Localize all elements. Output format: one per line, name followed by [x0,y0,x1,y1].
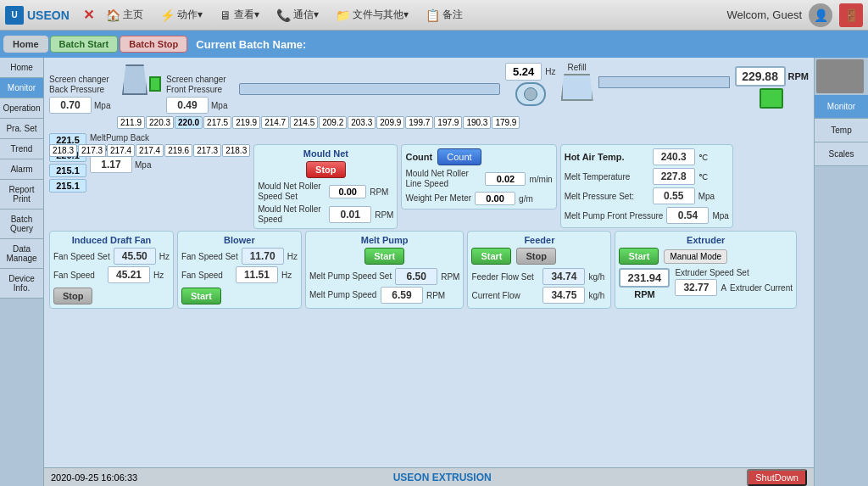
lower-zone-7[interactable]: 218.3 [222,144,250,157]
shutdown-btn[interactable]: ShutDown [747,469,807,486]
screen-changer-front-value[interactable]: 0.49 [166,97,209,114]
refill-label: Refill [567,63,586,72]
right-btn-scales[interactable]: Scales [815,142,868,166]
hot-air-value[interactable]: 240.3 [653,148,695,165]
right-thumb-1 [816,59,864,93]
mould-net-panel: Mould Net Stop Mould Net Roller Speed Se… [253,144,398,229]
mp-zone-3[interactable]: 215.1 [49,164,86,177]
menu-backup[interactable]: 📋 备注 [420,6,468,24]
blower-start-btn[interactable]: Start [181,288,221,304]
mp-speed-set-value[interactable]: 6.50 [395,268,437,285]
extruder-rpm-value[interactable]: 231.94 [619,268,670,288]
melt-temp-value[interactable]: 227.8 [653,168,695,185]
screen-changer-back-value[interactable]: 0.70 [49,97,92,114]
motor-freq-section: 5.24 Hz [505,63,556,106]
blower-panel: Blower Fan Speed Set 11.70 Hz Fan Speed … [177,231,302,309]
rpm-value[interactable]: 229.88 [735,66,786,87]
sidebar-item-device[interactable]: Device Info. [0,269,43,299]
sidebar-item-home[interactable]: Home [0,58,43,78]
sidebar-item-praset[interactable]: Pra. Set [0,119,43,139]
menu-files[interactable]: 📁 文件与其他▾ [331,6,414,24]
barrel-zone-6[interactable]: 214.7 [261,116,289,129]
batch-start-btn[interactable]: Batch Start [50,36,119,53]
screen-changer-back-section: Screen changer Back Pressure 0.70 Mpa [49,75,117,114]
weight-label: Weight Per Meter [405,193,471,204]
sidebar-item-batch[interactable]: Batch Query [0,209,43,239]
barrel-zone-5[interactable]: 219.9 [232,116,260,129]
right-btn-monitor[interactable]: Monitor [815,95,868,119]
barrel-zone-13[interactable]: 190.3 [463,116,491,129]
melt-temp-label: Melt Temperature [565,172,649,182]
melt-pump-front-label: Melt Pump Front Pressure [565,211,664,221]
barrel-zone-8[interactable]: 209.2 [319,116,347,129]
barrel-zone-14[interactable]: 179.9 [492,116,520,129]
lower-zone-5[interactable]: 219.6 [164,144,192,157]
logo-icon: U [5,6,24,25]
home-toolbar-btn[interactable]: Home [3,36,48,53]
feeder-start-btn[interactable]: Start [471,248,511,265]
blower-title: Blower [181,235,298,245]
hopper-green-indicator [149,76,161,92]
barrel-zone-9[interactable]: 203.3 [348,116,376,129]
barrel-zone-2[interactable]: 220.3 [146,116,174,129]
menu-home[interactable]: 🏠 主页 [101,6,148,24]
line-speed-input[interactable] [485,172,526,186]
sidebar-item-alarm[interactable]: Alarm [0,159,43,180]
barrel-zone-12[interactable]: 197.9 [434,116,462,129]
refill-hopper [561,74,593,101]
menu-view[interactable]: 🖥 查看▾ [214,6,264,24]
feeder-flow-set-value[interactable]: 34.74 [542,268,585,285]
roller-speed-set-input[interactable] [329,185,366,198]
barrel-zone-11[interactable]: 199.7 [405,116,433,129]
sidebar-item-report[interactable]: Report Print [0,180,43,209]
files-icon: 📁 [336,8,350,22]
blower-speed-set-value[interactable]: 11.70 [242,248,284,265]
barrel-zone-1[interactable]: 211.9 [117,116,145,129]
sidebar-item-trend[interactable]: Trend [0,139,43,159]
extruder-current-value[interactable]: 32.77 [675,279,717,296]
user-avatar[interactable]: 👤 [809,3,832,27]
melt-pump-back-value[interactable]: 1.17 [90,156,132,173]
hot-air-panel: Hot Air Temp. 240.3 ℃ Melt Temperature 2… [560,144,733,228]
induced-draft-panel: Induced Draft Fan Fan Speed Set 45.50 Hz… [49,231,174,309]
logout-button[interactable]: 🚪 [839,3,863,27]
count-btn[interactable]: Count [437,148,481,165]
barrel-zone-10[interactable]: 209.9 [376,116,404,129]
rpm-unit: RPM [788,71,809,81]
feeder-current-flow-label: Current Flow [471,291,539,300]
feeder-stop-btn[interactable]: Stop [516,248,555,265]
batch-stop-btn[interactable]: Batch Stop [120,36,187,53]
close-button[interactable]: ✕ [83,7,94,23]
idf-speed-unit: Hz [153,271,164,280]
sidebar-item-monitor[interactable]: Monitor [0,78,43,98]
barrel-zone-7[interactable]: 214.5 [290,116,318,129]
screen-changer-front-section: Screen changer Front Pressure 0.49 Mpa [166,75,234,114]
roller-speed-unit: RPM [375,210,393,220]
weight-input[interactable] [475,192,515,205]
barrel-zone-3[interactable]: 220.0 [175,116,203,129]
lower-zone-4[interactable]: 217.4 [136,144,164,157]
lower-zone-6[interactable]: 217.3 [193,144,221,157]
melt-pump-front-value[interactable]: 0.54 [666,207,709,224]
sidebar-item-operation[interactable]: Operation [0,98,43,119]
extruder-start-btn[interactable]: Start [619,248,659,265]
mould-net-stop-btn[interactable]: Stop [306,161,345,178]
lower-zone-2[interactable]: 217.3 [78,144,106,157]
line-speed-label: Mould Net Roller Line Speed [405,169,481,189]
main-area: Home Monitor Operation Pra. Set Trend Al… [0,58,868,486]
lower-zone-3[interactable]: 217.4 [107,144,135,157]
barrel-zone-4[interactable]: 217.5 [203,116,231,129]
extruder-manual-btn[interactable]: Manual Mode [664,249,727,264]
melt-pressure-value[interactable]: 0.55 [653,187,695,204]
idf-speed-set-value[interactable]: 45.50 [114,248,156,265]
right-btn-temp[interactable]: Temp [815,119,868,142]
menu-actions[interactable]: ⚡ 动作▾ [155,6,208,24]
idf-stop-btn[interactable]: Stop [53,288,92,304]
sidebar-item-data[interactable]: Data Manage [0,239,43,269]
menu-comms[interactable]: 📞 通信▾ [271,6,324,24]
mp-zone-4[interactable]: 215.1 [49,179,86,193]
lower-zone-1[interactable]: 218.3 [49,144,77,157]
motor-inner [524,87,537,101]
melt-pump-start-btn[interactable]: Start [364,248,404,265]
motor-frequency-value[interactable]: 5.24 [505,63,542,81]
